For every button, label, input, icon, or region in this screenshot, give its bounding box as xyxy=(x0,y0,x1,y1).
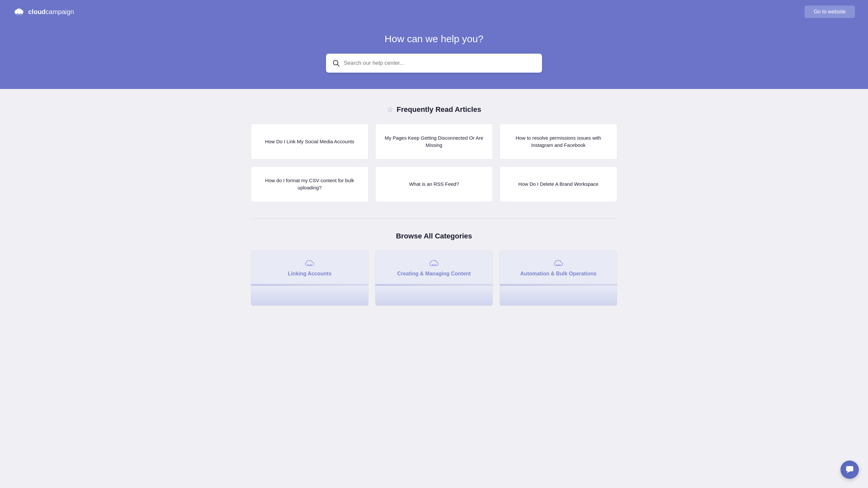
logo-area: cloudcampaign xyxy=(13,6,74,18)
category-name-2: Creating & Managing Content xyxy=(397,270,471,278)
go-to-website-button[interactable]: Go to website xyxy=(805,6,855,18)
category-inner-3: Automation & Bulk Operations xyxy=(500,251,617,284)
article-card-3[interactable]: How to resolve permissions issues with I… xyxy=(499,124,617,160)
category-cloud-icon-3 xyxy=(554,260,563,266)
chat-bubble[interactable] xyxy=(840,460,859,479)
category-cloud-icon-2 xyxy=(429,260,439,266)
category-image-area-2 xyxy=(375,286,493,305)
categories-grid: Linking Accounts Creating & Managing Co xyxy=(251,250,617,306)
category-inner-1: Linking Accounts xyxy=(251,251,368,284)
logo-icon xyxy=(13,6,25,18)
frequently-read-title: Frequently Read Articles xyxy=(397,105,481,114)
frequently-read-header: ☆ Frequently Read Articles xyxy=(251,105,617,114)
svg-point-3 xyxy=(16,8,22,13)
chat-icon xyxy=(845,465,854,474)
svg-marker-28 xyxy=(847,471,850,473)
search-bar xyxy=(326,54,542,73)
svg-line-11 xyxy=(337,64,339,66)
section-divider xyxy=(251,219,617,219)
article-card-text-6: How Do I Delete A Brand Workspace xyxy=(519,181,599,188)
category-image-area-3 xyxy=(500,286,617,305)
category-name-3: Automation & Bulk Operations xyxy=(520,270,597,278)
header: cloudcampaign Go to website xyxy=(0,0,868,24)
categories-section: Browse All Categories Linking Accounts xyxy=(251,232,617,306)
hero-title: How can we help you? xyxy=(13,33,855,44)
category-card-1[interactable]: Linking Accounts xyxy=(251,250,369,306)
article-card-text-1: How Do I Link My Social Media Accounts xyxy=(265,138,354,145)
article-card-text-2: My Pages Keep Getting Disconnected Or Ar… xyxy=(383,134,485,149)
logo-text: cloudcampaign xyxy=(28,8,74,16)
star-icon: ☆ xyxy=(387,105,394,114)
category-card-3[interactable]: Automation & Bulk Operations xyxy=(499,250,617,306)
article-card-1[interactable]: How Do I Link My Social Media Accounts xyxy=(251,124,369,160)
article-card-2[interactable]: My Pages Keep Getting Disconnected Or Ar… xyxy=(375,124,493,160)
search-icon xyxy=(333,60,340,67)
hero-section: How can we help you? xyxy=(0,24,868,89)
category-name-1: Linking Accounts xyxy=(288,270,332,278)
svg-rect-27 xyxy=(846,466,853,471)
articles-grid: How Do I Link My Social Media Accounts M… xyxy=(251,124,617,202)
search-input[interactable] xyxy=(344,60,535,66)
category-image-area-1 xyxy=(251,286,368,305)
category-card-2[interactable]: Creating & Managing Content xyxy=(375,250,493,306)
article-card-text-5: What is an RSS Feed? xyxy=(409,181,459,188)
article-card-4[interactable]: How do I format my CSV content for bulk … xyxy=(251,166,369,202)
article-card-5[interactable]: What is an RSS Feed? xyxy=(375,166,493,202)
article-card-text-3: How to resolve permissions issues with I… xyxy=(508,134,609,149)
article-card-text-4: How do I format my CSV content for bulk … xyxy=(259,177,360,192)
category-cloud-icon-1 xyxy=(305,260,314,266)
category-inner-2: Creating & Managing Content xyxy=(375,251,493,284)
article-card-6[interactable]: How Do I Delete A Brand Workspace xyxy=(499,166,617,202)
main-content: ☆ Frequently Read Articles How Do I Link… xyxy=(238,89,630,319)
categories-title: Browse All Categories xyxy=(251,232,617,240)
